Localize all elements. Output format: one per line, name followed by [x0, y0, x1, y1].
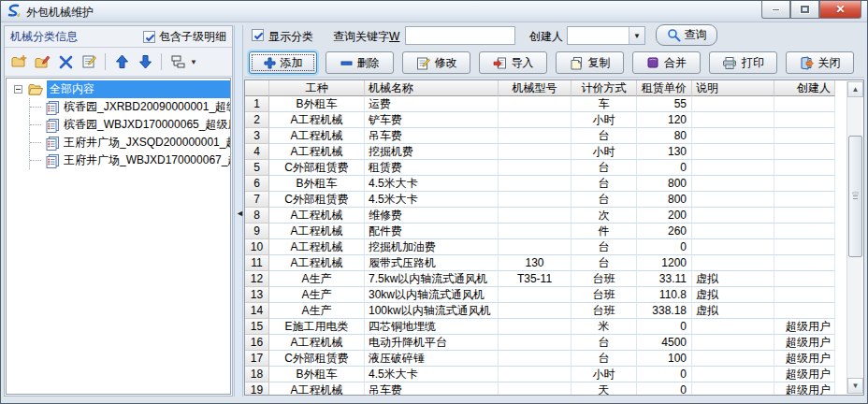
cell-machine-name: 7.5kw以内轴流式通风机 — [365, 271, 499, 287]
include-sub-label: 包含子级明细 — [159, 29, 226, 45]
include-sub-checkbox[interactable] — [143, 31, 155, 43]
cell-creator — [774, 112, 835, 128]
move-down-icon[interactable] — [137, 53, 153, 70]
collapse-icon[interactable] — [14, 85, 22, 94]
creator-select[interactable]: ▼ — [567, 26, 645, 45]
copy-button[interactable]: 复制 — [556, 51, 624, 74]
edit-folder-icon[interactable] — [34, 53, 51, 70]
move-up-icon[interactable] — [113, 53, 130, 70]
print-button[interactable]: 打印 — [709, 51, 777, 74]
close-window-button[interactable]: 关闭 — [786, 51, 854, 74]
cell-rent-price: 80 — [637, 128, 692, 144]
merge-button[interactable]: 合并 — [632, 51, 701, 74]
cell-worktype: A生产 — [269, 303, 365, 319]
tree-root-label[interactable]: 全部内容 — [47, 80, 230, 98]
chevron-down-icon[interactable]: ▼ — [629, 27, 644, 44]
tree-item-label[interactable]: 王府井广场_JXSQD200000001_超级用户 — [64, 135, 230, 151]
add-button[interactable]: 添加 — [249, 51, 317, 74]
cell-creator — [774, 224, 835, 239]
col-worktype[interactable]: 工种 — [269, 80, 365, 96]
cell-rownum: 12 — [245, 271, 269, 287]
scroll-up-icon[interactable]: ▲ — [847, 81, 863, 97]
table-row[interactable]: 4 A工程机械 挖掘机费 小时 130 — [245, 144, 863, 160]
tree-item[interactable]: 王府井广场_WBJXD170000067_超级用户 — [29, 152, 230, 169]
tree-view-dropdown-icon[interactable]: ▼ — [190, 58, 197, 66]
vertical-scrollbar[interactable]: ▲ ▼ — [846, 81, 862, 394]
scrollbar-thumb[interactable] — [848, 136, 862, 257]
cell-model — [499, 367, 571, 382]
category-panel-header: 机械分类信息 包含子级明细 — [5, 26, 232, 48]
col-machine-name[interactable]: 机械名称 — [365, 80, 499, 96]
panel-splitter[interactable]: ◄ — [234, 25, 243, 397]
cell-model: T35-11 — [499, 271, 571, 287]
table-row[interactable]: 7 C外部租赁费 4.5米大卡 台 800 — [245, 192, 863, 208]
new-folder-icon[interactable] — [10, 53, 27, 70]
edit-item-icon[interactable] — [80, 53, 97, 70]
table-row[interactable]: 9 A工程机械 配件费 件 260 — [245, 224, 863, 239]
cell-worktype: B外租车 — [269, 96, 365, 112]
scroll-down-icon[interactable]: ▼ — [847, 378, 863, 394]
cell-worktype: A工程机械 — [269, 144, 365, 160]
tree-item[interactable]: 王府井广场_JXSQD200000001_超级用户 — [29, 134, 230, 152]
table-row[interactable]: 5 C外部租赁费 租赁费 台 0 — [245, 160, 863, 176]
cell-creator — [774, 160, 835, 176]
table-row[interactable]: 15 E施工用电类 四芯铜地埋缆 米 0 超级用户 — [245, 319, 863, 335]
tree-item[interactable]: 槟香园_JXRBD20090000001_超级用户 — [29, 98, 230, 116]
table-row[interactable]: 19 A工程机械 吊车费 天 0 超级用户 — [245, 382, 863, 396]
cell-rownum: 18 — [245, 367, 269, 382]
col-model[interactable]: 机械型号 — [499, 80, 571, 96]
cell-description — [692, 112, 774, 128]
cell-model — [499, 335, 571, 351]
delete-icon[interactable] — [57, 53, 74, 70]
keyword-input[interactable] — [405, 26, 515, 45]
table-row[interactable]: 2 A工程机械 铲车费 小时 120 — [245, 112, 863, 128]
cell-description — [692, 255, 774, 271]
table-row[interactable]: 16 A工程机械 电动升降机平台 台 4500 超级用户 — [245, 335, 863, 351]
table-row[interactable]: 12 A生产 7.5kw以内轴流式通风机 T35-11 台班 33.11 虚拟 — [245, 271, 863, 287]
col-creator[interactable]: 创建人 — [774, 80, 835, 96]
cell-rent-price: 100 — [637, 351, 692, 367]
cell-pricing-method: 件 — [571, 224, 637, 239]
close-button[interactable]: ✕ — [819, 1, 861, 19]
cell-rent-price: 0 — [637, 382, 692, 396]
minimize-button[interactable] — [761, 1, 790, 19]
table-row[interactable]: 17 C外部租赁费 液压破碎锤 台 100 超级用户 — [245, 351, 863, 367]
cell-model — [499, 176, 571, 192]
cell-worktype: A生产 — [269, 271, 365, 287]
table-row[interactable]: 1 B外租车 运费 车 55 — [245, 96, 863, 112]
tree-item-label[interactable]: 槟香园_JXRBD20090000001_超级用户 — [64, 99, 230, 115]
tree-item-label[interactable]: 王府井广场_WBJXD170000067_超级用户 — [64, 152, 230, 168]
table-row[interactable]: 18 B外租车 4.5米大卡 小时 0 超级用户 — [245, 367, 863, 382]
collapse-panel-icon[interactable]: ◄ — [236, 209, 244, 218]
tree-item-label[interactable]: 槟香园_WBJXD170000065_超级用户 — [64, 117, 230, 133]
edit-icon — [416, 56, 430, 70]
tree-item[interactable]: 槟香园_WBJXD170000065_超级用户 — [29, 116, 230, 134]
cell-machine-name: 4.5米大卡 — [365, 367, 499, 382]
table-row[interactable]: 14 A生产 100kw以内轴流式通风机 台班 338.18 虚拟 — [245, 303, 863, 319]
modify-button[interactable]: 修改 — [402, 51, 470, 74]
maximize-button[interactable] — [790, 1, 819, 19]
table-row[interactable]: 13 A生产 30kw以内轴流式通风机 台班 110.8 虚拟 — [245, 287, 863, 303]
col-pricing-method[interactable]: 计价方式 — [571, 80, 637, 96]
cell-creator — [774, 208, 835, 224]
table-row[interactable]: 8 A工程机械 维修费 次 200 — [245, 208, 863, 224]
cell-worktype: E施工用电类 — [269, 319, 365, 335]
table-row[interactable]: 3 A工程机械 吊车费 台 80 — [245, 128, 863, 144]
tree-view-icon[interactable] — [169, 53, 186, 70]
col-description[interactable]: 说明 — [692, 80, 774, 96]
cell-rownum: 8 — [245, 208, 269, 224]
cell-pricing-method: 台班 — [571, 271, 637, 287]
table-row[interactable]: 10 A工程机械 挖掘机加油费 台 0 — [245, 239, 863, 255]
tree-root-row[interactable]: 全部内容 — [7, 80, 230, 98]
col-rownum[interactable] — [245, 80, 269, 96]
table-row[interactable]: 11 A工程机械 履带式压路机 130 台 1200 — [245, 255, 863, 271]
cell-pricing-method: 台 — [571, 335, 637, 351]
delete-button[interactable]: 删除 — [326, 51, 394, 74]
table-row[interactable]: 6 B外租车 4.5米大卡 台 800 — [245, 176, 863, 192]
print-icon — [722, 56, 737, 70]
col-rent-price[interactable]: 租赁单价 — [637, 80, 692, 96]
show-category-checkbox[interactable] — [252, 29, 264, 41]
machine-doc-icon — [44, 135, 61, 152]
import-button[interactable]: 导入 — [479, 51, 547, 74]
search-button[interactable]: 查询 — [656, 24, 717, 46]
